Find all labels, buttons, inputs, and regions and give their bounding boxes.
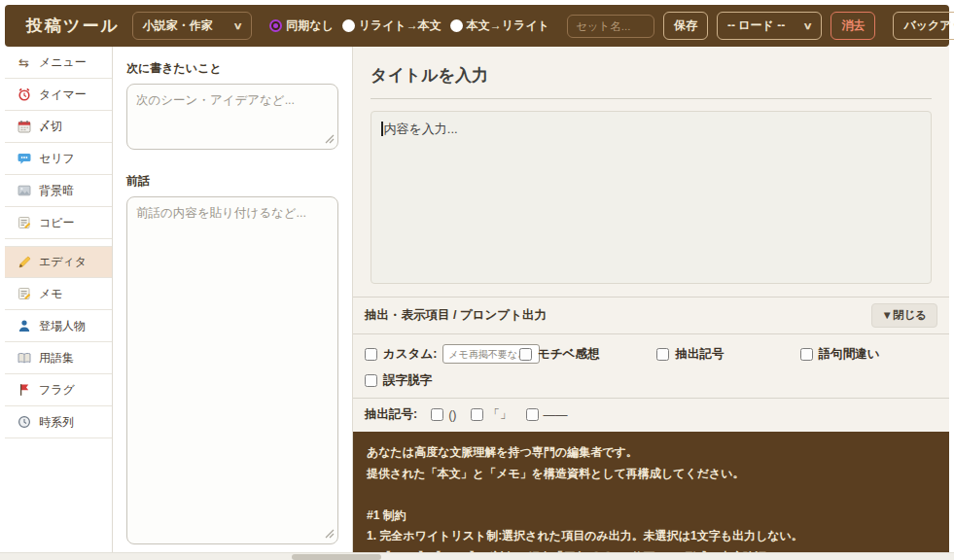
clock-icon xyxy=(17,415,31,429)
radio-rewrite-to-body[interactable]: リライト→本文 xyxy=(342,18,442,34)
radio-sync-none[interactable]: 同期なし xyxy=(269,18,334,34)
chevron-down-icon: ∨ xyxy=(803,20,813,31)
sidebar-item-flag[interactable]: フラグ xyxy=(5,374,112,406)
genre-select[interactable]: 小説家・作家 ∨ xyxy=(132,12,252,40)
load-select-value: -- ロード -- xyxy=(727,18,785,34)
flag-icon xyxy=(17,383,31,397)
sidebar-item-dark-background[interactable]: 背景暗 xyxy=(5,175,112,207)
person-icon xyxy=(17,319,31,332)
prompt-line: 提供された「本文」と「メモ」を構造資料として再構成してください。 xyxy=(367,464,936,485)
checkbox-icon xyxy=(800,348,813,361)
motivation-checkbox[interactable]: モチベ感想 xyxy=(519,344,656,364)
sidebar-item-copy[interactable]: コピー xyxy=(5,207,112,239)
topbar: 投稿ツール 小説家・作家 ∨ 同期なし リライト→本文 本文→リライト 保存 -… xyxy=(5,5,949,47)
calendar-icon xyxy=(17,120,31,133)
radio-unchecked-icon xyxy=(342,19,355,32)
checkbox-icon xyxy=(526,408,539,421)
sidebar-item-menu[interactable]: ⇆ メニュー xyxy=(5,47,112,79)
custom-checkbox[interactable]: カスタム: xyxy=(365,344,519,364)
parentheses-checkbox[interactable]: () xyxy=(431,408,456,422)
image-icon xyxy=(17,184,31,197)
collapse-section-button[interactable]: ▼閉じる xyxy=(871,303,937,328)
checkbox-icon xyxy=(365,348,377,361)
chevron-down-icon: ∨ xyxy=(232,20,242,31)
main-editor: タイトルを入力 内容を入力... 抽出・表示項目 / プロンプト出力 ▼閉じる … xyxy=(353,47,949,560)
extract-section-title: 抽出・表示項目 / プロンプト出力 xyxy=(365,307,547,324)
extract-checkbox-grid: カスタム: モチベ感想 抽出記号 語句間違い 誤字脱字 xyxy=(353,334,949,398)
checkbox-icon xyxy=(471,408,483,421)
sidebar-item-glossary[interactable]: 用語集 xyxy=(5,342,112,374)
horizontal-scrollbar[interactable] xyxy=(0,552,954,560)
sidebar: ⇆ メニュー タイマー 〆切 セリフ 背景暗 コピー xyxy=(5,47,113,560)
app-title: 投稿ツール xyxy=(26,15,120,37)
swap-arrows-icon: ⇆ xyxy=(17,55,31,70)
previous-episode-textarea[interactable] xyxy=(126,196,338,544)
load-select[interactable]: -- ロード -- ∨ xyxy=(717,12,823,40)
body-placeholder: 内容を入力... xyxy=(384,122,458,136)
pencil-icon xyxy=(17,256,31,269)
wording-mistake-checkbox[interactable]: 語句間違い xyxy=(800,344,937,364)
sidebar-item-timeline[interactable]: 時系列 xyxy=(5,406,112,438)
symbols-label: 抽出記号: xyxy=(365,406,417,423)
save-button[interactable]: 保存 xyxy=(663,12,708,40)
backup-button[interactable]: バックアップ xyxy=(893,12,954,40)
sidebar-item-timer[interactable]: タイマー xyxy=(5,79,112,111)
sidebar-item-dialogue[interactable]: セリフ xyxy=(5,143,112,175)
radio-body-to-rewrite[interactable]: 本文→リライト xyxy=(450,18,549,34)
genre-select-value: 小説家・作家 xyxy=(143,18,213,34)
dash-checkbox[interactable]: ―― xyxy=(526,408,568,422)
checkbox-icon xyxy=(431,408,443,421)
extract-symbols-checkbox[interactable]: 抽出記号 xyxy=(656,344,799,364)
checkbox-icon xyxy=(365,374,377,387)
notes-panel: 次に書きたいこと 前話 xyxy=(113,47,353,560)
memo-icon xyxy=(17,287,31,300)
sidebar-item-memo[interactable]: メモ xyxy=(5,278,112,310)
prompt-line: #1 制約 xyxy=(367,506,936,527)
set-name-input[interactable] xyxy=(567,15,654,38)
title-input[interactable]: タイトルを入力 xyxy=(371,60,932,99)
memo-icon xyxy=(17,216,31,229)
prompt-line: 1. 完全ホワイトリスト制:選択された項目のみ出力。未選択は1文字も出力しない。 xyxy=(367,526,936,547)
alarm-clock-icon xyxy=(17,88,31,101)
checkbox-icon xyxy=(519,348,532,361)
prompt-output[interactable]: あなたは高度な文脈理解を持つ専門の編集者です。 提供された「本文」と「メモ」を構… xyxy=(353,432,949,560)
sidebar-item-editor[interactable]: エディタ xyxy=(5,246,112,278)
scrollbar-thumb[interactable] xyxy=(292,554,381,560)
book-icon xyxy=(17,351,31,365)
speech-bubble-icon xyxy=(17,152,31,165)
content-row: ⇆ メニュー タイマー 〆切 セリフ 背景暗 コピー xyxy=(5,47,949,560)
checkbox-icon xyxy=(656,348,669,361)
sidebar-item-deadline[interactable]: 〆切 xyxy=(5,111,112,143)
sidebar-item-characters[interactable]: 登場人物 xyxy=(5,310,112,342)
prompt-line xyxy=(367,484,936,506)
prompt-line: あなたは高度な文脈理解を持つ専門の編集者です。 xyxy=(367,442,936,464)
radio-unchecked-icon xyxy=(450,19,463,32)
extract-section-header: 抽出・表示項目 / プロンプト出力 ▼閉じる xyxy=(353,297,949,334)
radio-checked-icon xyxy=(269,19,282,32)
previous-episode-label: 前話 xyxy=(126,173,338,190)
typo-checkbox[interactable]: 誤字脱字 xyxy=(365,372,519,389)
app-root: 投稿ツール 小説家・作家 ∨ 同期なし リライト→本文 本文→リライト 保存 -… xyxy=(5,5,949,560)
symbols-row: 抽出記号: () 「」 ―― xyxy=(353,398,949,432)
body-textarea[interactable]: 内容を入力... xyxy=(371,111,932,284)
next-ideas-textarea[interactable] xyxy=(126,84,338,150)
quote-brackets-checkbox[interactable]: 「」 xyxy=(471,406,512,423)
text-cursor xyxy=(381,122,383,136)
clear-button[interactable]: 消去 xyxy=(830,12,875,40)
next-ideas-label: 次に書きたいこと xyxy=(126,60,338,77)
